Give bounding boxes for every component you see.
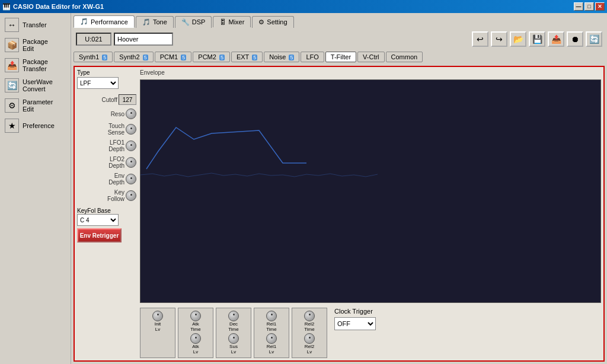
synth-tab-v-ctrl[interactable]: V-Ctrl (357, 52, 385, 62)
rel1-group: Rel1Time Rel1Lv (254, 308, 289, 358)
top-tab-bar: 🎵 Performance 🎵 Tone 🔧 DSP 🎛 Mixer ⚙ Set… (74, 15, 605, 28)
parameter-edit-icon: ⚙ (5, 98, 19, 113)
sus-lv-knob-wrap: SusLv (228, 333, 239, 355)
rel2-lv-knob[interactable] (304, 333, 315, 344)
setting-tab-icon: ⚙ (258, 18, 264, 26)
package-edit-icon: 📦 (5, 38, 19, 52)
tab-setting[interactable]: ⚙ Setting (252, 16, 293, 28)
keyfol-base-select[interactable]: C 4 C 3 C 5 (77, 214, 119, 226)
package-transfer-icon: 📤 (5, 58, 19, 72)
key-follow-row: KeyFollow (77, 189, 136, 203)
synth-tab-lfo[interactable]: LFO (301, 52, 324, 62)
mixer-tab-icon: 🎛 (219, 18, 226, 25)
dec-time-knob[interactable] (228, 311, 239, 321)
rel2-group: Rel2Time Rel2Lv (292, 308, 327, 358)
synth-tab-pcm1[interactable]: PCM1 5 (155, 52, 192, 62)
bottom-controls: InitLv AtkTime AtkLv (140, 308, 601, 358)
preference-icon: ★ (5, 119, 19, 133)
sidebar: ↔ Transfer 📦 PackageEdit 📤 PackageTransf… (0, 13, 71, 364)
envelope-display (140, 79, 601, 303)
rel2-time-knob[interactable] (304, 311, 315, 321)
reso-row: Reso (77, 108, 136, 120)
atk-time-knob[interactable] (190, 311, 201, 321)
redo-button[interactable]: ↪ (491, 31, 507, 47)
synth-tab-noise[interactable]: Noise 5 (264, 52, 299, 62)
sidebar-item-package-transfer[interactable]: 📤 PackageTransfer (0, 56, 71, 75)
title-bar-buttons: — □ ✕ (574, 2, 605, 11)
touch-sense-row: TouchSense (77, 122, 136, 136)
dec-time-knob-wrap: DecTime (228, 311, 239, 333)
synth-tab-pcm2[interactable]: PCM2 5 (193, 52, 230, 62)
dsp-tab-label: DSP (192, 18, 206, 25)
synth-tab-synth1[interactable]: Synth1 5 (74, 52, 113, 62)
save-button[interactable]: 💾 (529, 31, 545, 47)
open-button[interactable]: 📂 (510, 31, 526, 47)
sidebar-item-preference[interactable]: ★ Preference (0, 116, 71, 135)
tone-tab-icon: 🎵 (142, 18, 151, 26)
type-section: Type LPF HPF BPF NOTCH (77, 69, 136, 89)
sidebar-label-package-edit: PackageEdit (23, 38, 48, 52)
synth-tabs: Synth1 5 Synth2 5 PCM1 5 PCM2 5 EXT 5 No… (74, 52, 605, 62)
sidebar-item-parameter-edit[interactable]: ⚙ ParameterEdit (0, 96, 71, 115)
envelope-svg (140, 80, 600, 302)
reso-knob[interactable] (126, 108, 136, 119)
synth-tab-t-filter[interactable]: T-Filter (325, 52, 356, 62)
init-lv-knob[interactable] (152, 311, 163, 321)
init-lv-label: InitLv (155, 322, 161, 333)
init-lv-group: InitLv (140, 308, 175, 358)
env-retrigger-label: Env Retrigger (80, 232, 119, 239)
setting-tab-label: Setting (267, 18, 287, 25)
lfo1-depth-row: LFO1Depth (77, 139, 136, 153)
preset-name-input[interactable] (114, 33, 173, 46)
sidebar-label-package-transfer: PackageTransfer (23, 58, 48, 72)
toolbar-row: U:021 ↩ ↪ 📂 💾 📤 ⏺ 🔄 (74, 30, 605, 48)
tab-tone[interactable]: 🎵 Tone (136, 16, 174, 28)
minimize-button[interactable]: — (574, 2, 583, 11)
userwave-icon: 🔄 (5, 78, 19, 92)
rel2-lv-label: Rel2Lv (305, 344, 314, 355)
performance-tab-label: Performance (91, 18, 128, 25)
window-title: CASIO Data Editor for XW-G1 (13, 3, 104, 10)
synth-tab-ext[interactable]: EXT 5 (231, 52, 263, 62)
rel1-lv-knob[interactable] (266, 333, 277, 344)
sus-lv-knob[interactable] (228, 333, 239, 344)
key-follow-knob[interactable] (126, 190, 136, 201)
tab-dsp[interactable]: 🔧 DSP (175, 16, 212, 28)
sidebar-item-userwave[interactable]: 🔄 UserWaveConvert (0, 76, 71, 95)
clock-trigger-select[interactable]: OFF ON (334, 317, 376, 330)
refresh-button[interactable]: 🔄 (586, 31, 602, 47)
synth-tab-common[interactable]: Common (386, 52, 423, 62)
close-button[interactable]: ✕ (595, 2, 605, 11)
record-button[interactable]: ⏺ (567, 31, 583, 47)
dsp-tab-icon: 🔧 (181, 18, 190, 26)
atk-lv-knob[interactable] (190, 333, 201, 344)
atk-lv-label: AtkLv (192, 344, 199, 355)
export-button[interactable]: 📤 (548, 31, 564, 47)
dec-group: DecTime SusLv (216, 308, 251, 358)
sidebar-item-transfer[interactable]: ↔ Transfer (0, 15, 71, 34)
keyfol-section: KeyFol Base C 4 C 3 C 5 (77, 207, 136, 226)
env-retrigger-button[interactable]: Env Retrigger (77, 228, 122, 242)
tab-performance[interactable]: 🎵 Performance (74, 15, 135, 28)
app-icon: 🎹 (2, 3, 11, 11)
lfo2-depth-label: LFO2Depth (77, 156, 124, 169)
atk-lv-knob-wrap: AtkLv (190, 333, 201, 355)
lfo2-depth-knob[interactable] (126, 157, 136, 168)
main-panel: Type LPF HPF BPF NOTCH Cutoff 127 Reso (74, 66, 605, 362)
synth-tab-synth2[interactable]: Synth2 5 (114, 52, 153, 62)
tab-mixer[interactable]: 🎛 Mixer (213, 16, 251, 27)
rel1-time-knob[interactable] (266, 311, 277, 321)
type-select[interactable]: LPF HPF BPF NOTCH (77, 77, 119, 89)
undo-button[interactable]: ↩ (472, 31, 488, 47)
sidebar-item-package-edit[interactable]: 📦 PackageEdit (0, 36, 71, 55)
lfo1-depth-knob[interactable] (126, 141, 136, 151)
maximize-button[interactable]: □ (584, 2, 594, 11)
touch-sense-knob[interactable] (126, 124, 136, 135)
atk-time-knob-wrap: AtkTime (190, 311, 201, 333)
atk-group: AtkTime AtkLv (178, 308, 213, 358)
dec-time-label: DecTime (228, 322, 238, 333)
env-depth-knob[interactable] (126, 174, 136, 184)
preset-box: U:021 (76, 33, 173, 46)
lfo1-depth-label: LFO1Depth (77, 139, 124, 152)
rel2-time-label: Rel2Time (304, 322, 314, 333)
